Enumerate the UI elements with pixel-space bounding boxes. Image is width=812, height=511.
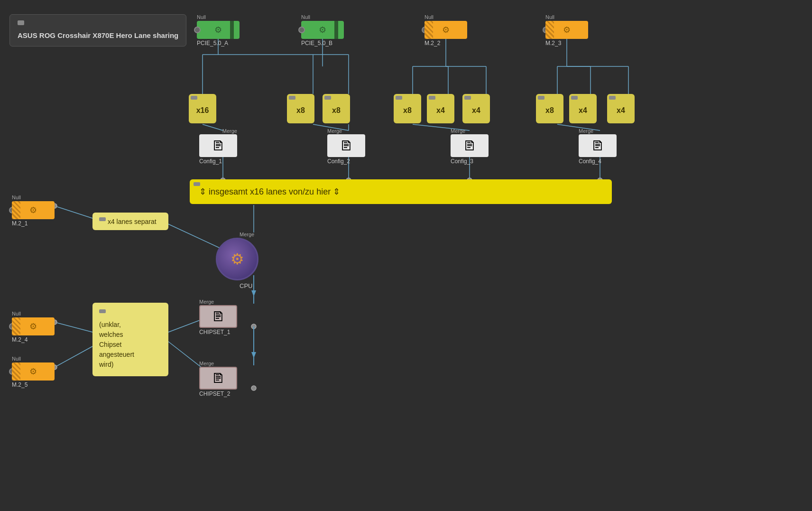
x8c-badge[interactable]: x8: [394, 94, 421, 123]
x4a-label: x4: [436, 106, 445, 115]
x4-lanes-minimize[interactable]: [99, 217, 106, 221]
config4-merge[interactable]: [579, 134, 617, 157]
config2-merge[interactable]: [327, 134, 365, 157]
x4a-badge-container: x4: [427, 94, 454, 123]
config4-container: Merge Config_4: [579, 128, 617, 165]
x8d-badge[interactable]: x8: [536, 94, 563, 123]
unklar-minimize[interactable]: [99, 309, 106, 313]
m2-3-gear-icon: ⚙: [563, 25, 571, 35]
pcie5b-sublabel: PCIE_5.0_B: [301, 40, 332, 46]
x16-minimize[interactable]: [191, 96, 197, 100]
m2-5-gear-icon: ⚙: [29, 366, 37, 377]
m2-3-sublabel: M.2_3: [545, 40, 561, 46]
x8d-label: x8: [545, 106, 554, 115]
config1-merge[interactable]: [199, 134, 237, 157]
pcie5b-slot[interactable]: ⚙: [301, 21, 344, 39]
lanes-banner: ⇕ insgesamt x16 lanes von/zu hier ⇕: [190, 179, 612, 204]
chipset1-merge[interactable]: [199, 305, 237, 328]
pcie5b-gear-icon: ⚙: [319, 25, 326, 35]
m2-3-null-label: Null: [545, 14, 554, 20]
banner-minimize[interactable]: [194, 182, 200, 186]
x4a-badge[interactable]: x4: [427, 94, 454, 123]
m2-5-slot[interactable]: ⚙: [12, 362, 55, 381]
info-box: ASUS ROG Crosshair X870E Hero Lane shari…: [9, 14, 186, 46]
x8b-badge-container: x8: [323, 94, 350, 123]
m2-5-node: Null ⚙ M.2_5: [12, 356, 55, 388]
x4d-minimize[interactable]: [609, 96, 616, 100]
x4b-badge-container: x4: [462, 94, 490, 123]
config2-container: Merge Config_2: [327, 128, 365, 165]
config2-label-top: Merge: [327, 128, 365, 134]
pcie5a-slot[interactable]: ⚙: [197, 21, 240, 39]
chipset1-label-bottom: CHIPSET_1: [199, 329, 237, 335]
x4a-minimize[interactable]: [429, 96, 435, 100]
x4d-badge[interactable]: x4: [607, 94, 635, 123]
m2-2-node: Null ⚙ M.2_2: [424, 14, 467, 46]
config4-label-top: Merge: [579, 128, 617, 134]
config1-label-top: Merge: [199, 128, 237, 134]
m2-2-slot[interactable]: ⚙: [424, 21, 467, 39]
svg-point-38: [251, 324, 256, 329]
x8d-badge-container: x8: [536, 94, 563, 123]
x4b-label: x4: [472, 106, 480, 115]
x8c-minimize[interactable]: [396, 96, 402, 100]
config3-merge[interactable]: [451, 134, 489, 157]
cpu-node[interactable]: [216, 238, 258, 280]
x8a-badge[interactable]: x8: [287, 94, 314, 123]
x4c-label: x4: [579, 106, 587, 115]
m2-5-null-label: Null: [12, 356, 21, 362]
banner-text: ⇕ insgesamt x16 lanes von/zu hier ⇕: [199, 186, 340, 197]
x4c-badge-container: x4: [569, 94, 597, 123]
x16-badge[interactable]: x16: [189, 94, 216, 123]
x4d-badge-container: x4: [607, 94, 635, 123]
pcie5a-sublabel: PCIE_5.0_A: [197, 40, 228, 46]
m2-1-gear-icon: ⚙: [29, 205, 37, 215]
pcie5a-node: Null ⚙ PCIE_5.0_A: [197, 14, 240, 46]
config3-label-bottom: Config_3: [451, 158, 489, 165]
unklar-note-box: (unklar,welchesChipsetangesteuertwird): [92, 303, 168, 376]
x4c-minimize[interactable]: [571, 96, 578, 100]
x8c-label: x8: [403, 106, 412, 115]
cpu-label-top: Merge: [240, 232, 258, 237]
x8b-minimize[interactable]: [324, 96, 331, 100]
chipset2-merge[interactable]: [199, 367, 237, 390]
x4d-label: x4: [617, 106, 625, 115]
config4-label-bottom: Config_4: [579, 158, 617, 165]
m2-1-null-label: Null: [12, 195, 21, 200]
x8b-label: x8: [332, 106, 341, 115]
svg-line-45: [55, 322, 92, 332]
cpu-label-bottom: CPU: [240, 282, 258, 289]
x8d-minimize[interactable]: [538, 96, 544, 100]
m2-4-slot[interactable]: ⚙: [12, 317, 55, 335]
x16-label: x16: [196, 106, 209, 115]
m2-2-gear-icon: ⚙: [442, 25, 450, 35]
m2-5-sublabel: M.2_5: [12, 381, 28, 388]
svg-line-47: [55, 346, 92, 367]
x8a-minimize[interactable]: [289, 96, 295, 100]
svg-marker-37: [251, 290, 256, 297]
x8b-badge[interactable]: x8: [323, 94, 350, 123]
chipset2-label-bottom: CHIPSET_2: [199, 390, 237, 397]
m2-4-node: Null ⚙ M.2_4: [12, 311, 55, 343]
m2-2-null-label: Null: [424, 14, 434, 20]
m2-1-sublabel: M.2_1: [12, 220, 28, 227]
config2-label-bottom: Config_2: [327, 158, 365, 165]
m2-3-slot[interactable]: ⚙: [545, 21, 588, 39]
x16-badge-container: x16: [189, 94, 216, 123]
x4c-badge[interactable]: x4: [569, 94, 597, 123]
svg-point-41: [251, 386, 256, 390]
svg-marker-40: [251, 352, 256, 358]
x4b-badge[interactable]: x4: [462, 94, 490, 123]
x4b-minimize[interactable]: [464, 96, 471, 100]
x4-lanes-box[interactable]: x4 lanes separat: [92, 213, 168, 230]
unklar-text: (unklar,welchesChipsetangesteuertwird): [99, 320, 162, 370]
m2-4-gear-icon: ⚙: [29, 321, 37, 332]
cpu-container: Merge CPU: [216, 232, 258, 289]
chipset1-label-top: Merge: [199, 299, 237, 305]
m2-1-slot[interactable]: ⚙: [12, 201, 55, 219]
pcie5b-null-label: Null: [301, 14, 310, 20]
chipset2-label-top: Merge: [199, 361, 237, 366]
m2-4-sublabel: M.2_4: [12, 336, 28, 343]
chipset1-container: Merge CHIPSET_1: [199, 299, 237, 335]
minimize-button[interactable]: [18, 20, 24, 25]
